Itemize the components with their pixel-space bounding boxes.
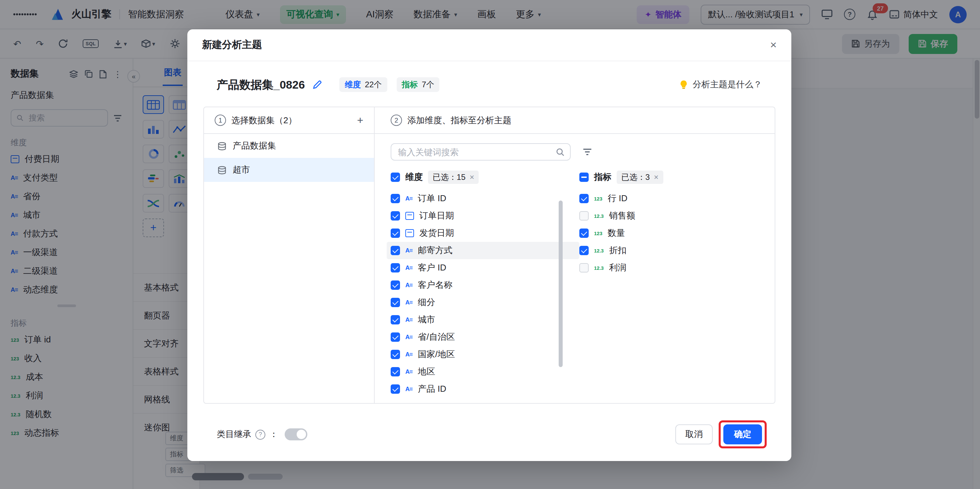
- checkbox[interactable]: [391, 350, 400, 359]
- add-dataset-button[interactable]: [357, 115, 363, 125]
- field-type-icon: [594, 195, 602, 202]
- field-type-icon: [594, 230, 602, 236]
- metric-check-row[interactable]: 利润: [575, 259, 759, 276]
- field-type-icon: [405, 212, 414, 220]
- clear-selection-icon[interactable]: [654, 173, 658, 181]
- checkbox[interactable]: [391, 194, 400, 203]
- modal-close-button[interactable]: [770, 39, 777, 51]
- subject-name: 产品数据集_0826: [217, 77, 305, 92]
- step-1-number: 1: [215, 114, 226, 126]
- theme-builder: 1 选择数据集（2）: [203, 106, 775, 404]
- modal-dataset-list: 产品数据集 超市: [204, 134, 374, 182]
- edit-pencil-icon[interactable]: [313, 80, 322, 89]
- checkbox[interactable]: [391, 281, 400, 290]
- app: 火山引擎 智能数据洞察 仪表盘 可视化查询 AI洞察: [0, 0, 980, 489]
- modal-title: 新建分析主题: [202, 39, 262, 51]
- checkbox[interactable]: [391, 315, 400, 324]
- field-type-icon: [405, 316, 413, 323]
- dimension-check-row[interactable]: 细分: [387, 294, 579, 311]
- field-search[interactable]: [391, 143, 571, 160]
- field-type-icon: [405, 351, 413, 358]
- field-type-icon: [594, 213, 604, 219]
- dataset-row[interactable]: 超市: [204, 158, 374, 182]
- dimensions-selected-badge: 已选：15: [428, 171, 479, 184]
- dimension-count-badge: 维度 22个: [340, 77, 387, 92]
- clear-selection-icon[interactable]: [470, 173, 474, 181]
- field-type-icon: [405, 386, 413, 392]
- metrics-selected-badge: 已选：3: [617, 171, 663, 184]
- step-2-number: 2: [391, 114, 402, 126]
- dimension-check-row[interactable]: 国家/地区: [387, 346, 579, 363]
- field-type-icon: [405, 282, 413, 289]
- dimension-check-row[interactable]: 产品 ID: [387, 380, 579, 398]
- list-scrollbar-thumb[interactable]: [558, 200, 563, 367]
- category-inherit-label: 类目继承: [217, 429, 251, 440]
- checkbox[interactable]: [391, 332, 400, 342]
- field-type-icon: [405, 247, 413, 254]
- field-type-icon: [405, 334, 413, 340]
- dimension-check-row[interactable]: 省/自治区: [387, 329, 579, 346]
- metrics-select-all-checkbox[interactable]: [579, 173, 589, 182]
- checkbox[interactable]: [391, 229, 400, 238]
- step-1-title: 选择数据集（2）: [231, 114, 297, 126]
- cancel-button[interactable]: 取消: [675, 424, 713, 445]
- dataset-row[interactable]: 产品数据集: [204, 134, 374, 158]
- category-inherit-toggle[interactable]: [285, 429, 307, 440]
- metric-check-row[interactable]: 销售额: [575, 207, 759, 224]
- dimension-check-row[interactable]: 订单 ID: [387, 190, 579, 207]
- checkbox[interactable]: [579, 246, 589, 255]
- help-question-icon[interactable]: ?: [255, 429, 265, 439]
- dimension-check-row[interactable]: 地区: [387, 363, 579, 380]
- confirm-button[interactable]: 确定: [723, 424, 762, 445]
- dimension-check-row[interactable]: 客户 ID: [387, 259, 579, 276]
- metric-checklist: 行 ID 销售额: [579, 190, 759, 276]
- checkbox[interactable]: [391, 263, 400, 273]
- metric-check-row[interactable]: 数量: [575, 224, 759, 242]
- what-is-analysis-theme-link[interactable]: 分析主题是什么？: [679, 79, 762, 90]
- lightbulb-icon: [679, 80, 688, 89]
- dimension-check-row[interactable]: 订单日期: [387, 207, 579, 224]
- dimensions-group-title: 维度: [405, 171, 423, 183]
- field-type-icon: [594, 248, 604, 254]
- checkbox[interactable]: [391, 298, 400, 307]
- field-filter-icon[interactable]: [583, 148, 592, 156]
- dimensions-select-all-checkbox[interactable]: [391, 173, 400, 182]
- field-type-icon: [405, 299, 413, 306]
- database-icon: [217, 165, 227, 174]
- search-icon: [556, 148, 565, 156]
- metric-check-row[interactable]: 行 ID: [575, 190, 759, 207]
- checkbox[interactable]: [391, 211, 400, 221]
- field-type-icon: [594, 265, 604, 271]
- field-type-icon: [405, 195, 413, 202]
- field-type-icon: [405, 229, 414, 237]
- checkbox[interactable]: [579, 194, 589, 203]
- dimension-check-row[interactable]: 城市: [387, 311, 579, 329]
- metric-check-row[interactable]: 折扣: [575, 242, 759, 259]
- metrics-group-title: 指标: [594, 171, 611, 183]
- database-icon: [217, 141, 227, 150]
- modal-new-analysis-theme: 新建分析主题 产品数据集_0826 维度 22个 指标 7个: [187, 29, 791, 461]
- step-2-title: 添加维度、指标至分析主题: [407, 114, 511, 126]
- checkbox[interactable]: [579, 229, 589, 238]
- close-icon: [770, 39, 777, 51]
- field-search-input[interactable]: [397, 146, 556, 157]
- dimension-checklist: 订单 ID 订单日期: [391, 190, 579, 398]
- checkbox[interactable]: [391, 367, 400, 376]
- dimension-check-row[interactable]: 邮寄方式: [387, 242, 579, 259]
- checkbox[interactable]: [579, 263, 589, 273]
- field-type-icon: [405, 368, 413, 375]
- field-type-icon: [405, 265, 413, 271]
- checkbox[interactable]: [391, 384, 400, 394]
- checkbox[interactable]: [391, 246, 400, 255]
- checkbox[interactable]: [579, 211, 589, 221]
- dimension-check-row[interactable]: 发货日期: [387, 224, 579, 242]
- dimension-check-row[interactable]: 客户名称: [387, 276, 579, 294]
- metric-count-badge: 指标 7个: [396, 77, 439, 92]
